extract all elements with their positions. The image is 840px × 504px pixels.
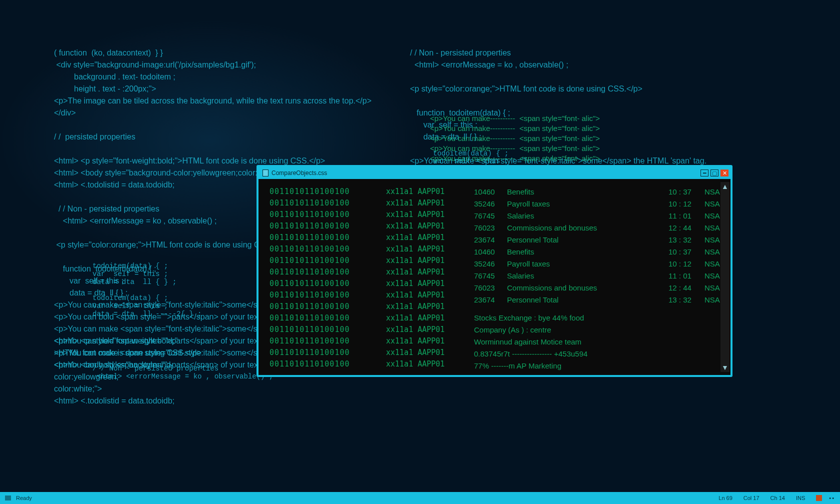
record-time: 12 : 44	[668, 222, 704, 234]
binary-row: 0011010110100100	[270, 198, 386, 209]
hex-row: xx11a1 AAPP01	[386, 186, 474, 198]
window-minimize-button[interactable]: ━	[700, 170, 708, 176]
record-number: 10460	[474, 246, 507, 258]
status-char: Ch 14	[770, 495, 785, 501]
hex-row: xx11a1 AAPP01	[386, 220, 474, 232]
record-number: 23674	[474, 234, 507, 246]
record-time: 13 : 32	[668, 294, 704, 306]
record-row: 76023Commissions and bonuses12 : 44NSA	[474, 282, 730, 294]
background-mono-left-lower: / / Non - persisted properties <html> <e…	[92, 356, 273, 380]
background-mono-left: todoitem(data) { ; var self = this ; dat…	[92, 254, 202, 318]
hex-row: xx11a1 AAPP01	[386, 244, 474, 255]
hex-row: xx11a1 AAPP01	[386, 232, 474, 244]
record-row: 76745Salaries11 : 01NSA	[474, 210, 730, 222]
binary-row: 0011010110100100	[270, 358, 386, 370]
status-mode: INS	[796, 495, 805, 501]
binary-row: 0011010110100100	[270, 336, 386, 347]
status-ready: Ready	[16, 495, 32, 501]
hex-row: xx11a1 AAPP01	[386, 336, 474, 347]
hex-row: xx11a1 AAPP01	[386, 358, 474, 370]
record-row: 35246Payroll taxes10 : 12NSA	[474, 258, 730, 270]
info-line: 0000.09 -02,75583+ Times	[474, 372, 730, 375]
record-label: Payroll taxes	[507, 258, 668, 270]
record-number: 23674	[474, 294, 507, 306]
record-label: Personnel Total	[507, 294, 668, 306]
status-bar: Ready Ln 69 Col 17 Ch 14 INS ••	[0, 492, 840, 504]
hex-row: xx11a1 AAPP01	[386, 312, 474, 324]
status-dots-icon: ••	[829, 495, 835, 501]
hex-row: xx11a1 AAPP01	[386, 198, 474, 209]
binary-row: 0011010110100100	[270, 186, 386, 198]
record-label: Benefits	[507, 246, 668, 258]
record-label: Payroll taxes	[507, 198, 668, 210]
hex-row: xx11a1 AAPP01	[386, 301, 474, 312]
record-label: Commissions and bonuses	[507, 222, 668, 234]
record-time: 10 : 12	[668, 258, 704, 270]
record-time: 11 : 01	[668, 210, 704, 222]
record-row: 23674Personnel Total13 : 32NSA	[474, 234, 730, 246]
record-row: 76023Commissions and bonuses12 : 44NSA	[474, 222, 730, 234]
record-time: 12 : 44	[668, 282, 704, 294]
hex-column: xx11a1 AAPP01xx11a1 AAPP01xx11a1 AAPP01x…	[386, 179, 474, 375]
status-line: Ln 69	[718, 495, 732, 501]
record-row: 35246Payroll taxes10 : 12NSA	[474, 198, 730, 210]
document-icon	[262, 170, 268, 176]
binary-row: 0011010110100100	[270, 347, 386, 358]
info-block: Stocks Exchange : bye 44% foodCompany (A…	[474, 312, 730, 375]
info-line: Company (As ) : centre	[474, 324, 730, 336]
info-line: Worminnud against Motice team	[474, 336, 730, 348]
info-line: 77% -------m AP Marketing	[474, 360, 730, 372]
binary-row: 0011010110100100	[270, 290, 386, 301]
record-row: 23674Personnel Total13 : 32NSA	[474, 294, 730, 306]
window-title: CompareObjects.css	[272, 170, 327, 176]
window-maximize-button[interactable]: ▢	[710, 170, 718, 176]
status-column: Col 17	[744, 495, 760, 501]
record-time: 13 : 32	[668, 234, 704, 246]
record-label: Salaries	[507, 210, 668, 222]
scroll-up-icon[interactable]: ▲	[722, 182, 728, 191]
record-label: Commissions and bonuses	[507, 282, 668, 294]
record-row: 10460Benefits10 : 37NSA	[474, 186, 730, 198]
record-number: 35246	[474, 258, 507, 270]
status-indicator-icon	[5, 496, 11, 500]
binary-row: 0011010110100100	[270, 301, 386, 312]
scrollbar[interactable]: ▲ ▼	[720, 182, 730, 372]
binary-row: 0011010110100100	[270, 255, 386, 266]
binary-row: 0011010110100100	[270, 232, 386, 244]
hex-row: xx11a1 AAPP01	[386, 324, 474, 336]
hex-row: xx11a1 AAPP01	[386, 209, 474, 220]
info-line: Stocks Exchange : bye 44% food	[474, 312, 730, 324]
record-time: 10 : 37	[668, 186, 704, 198]
binary-row: 0011010110100100	[270, 312, 386, 324]
info-line: 0.83745r7t ---------------- +453u594	[474, 348, 730, 360]
record-number: 35246	[474, 198, 507, 210]
record-label: Salaries	[507, 270, 668, 282]
editor-window: CompareObjects.css ━ ▢ ✕ 001101011010010…	[256, 165, 732, 377]
record-number: 76023	[474, 222, 507, 234]
record-row: 10460Benefits10 : 37NSA	[474, 246, 730, 258]
record-time: 10 : 12	[668, 198, 704, 210]
record-time: 10 : 37	[668, 246, 704, 258]
window-titlebar[interactable]: CompareObjects.css ━ ▢ ✕	[258, 167, 730, 179]
binary-row: 0011010110100100	[270, 266, 386, 278]
binary-row: 0011010110100100	[270, 220, 386, 232]
status-warning-icon[interactable]	[816, 495, 822, 501]
binary-row: 0011010110100100	[270, 278, 386, 290]
binary-row: 0011010110100100	[270, 209, 386, 220]
record-number: 76023	[474, 282, 507, 294]
record-time: 11 : 01	[668, 270, 704, 282]
hex-row: xx11a1 AAPP01	[386, 290, 474, 301]
hex-row: xx11a1 AAPP01	[386, 266, 474, 278]
record-number: 76745	[474, 210, 507, 222]
record-number: 76745	[474, 270, 507, 282]
binary-row: 0011010110100100	[270, 244, 386, 255]
record-row: 76745Salaries11 : 01NSA	[474, 270, 730, 282]
data-column: 10460Benefits10 : 37NSA35246Payroll taxe…	[474, 179, 730, 375]
hex-row: xx11a1 AAPP01	[386, 278, 474, 290]
window-close-button[interactable]: ✕	[720, 170, 728, 176]
hex-row: xx11a1 AAPP01	[386, 347, 474, 358]
scroll-down-icon[interactable]: ▼	[722, 363, 728, 372]
binary-row: 0011010110100100	[270, 324, 386, 336]
binary-column: 0011010110100100001101011010010000110101…	[258, 179, 386, 375]
record-label: Benefits	[507, 186, 668, 198]
